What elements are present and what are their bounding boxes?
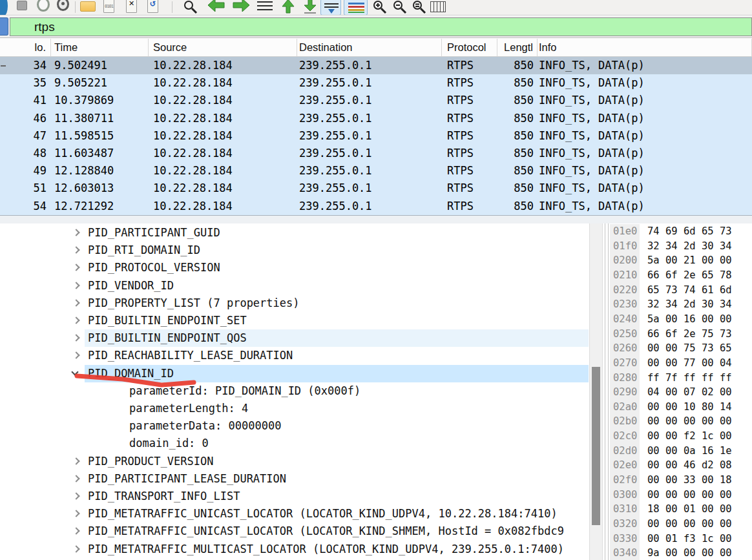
cell-protocol[interactable]: RTPS [442,145,497,162]
cell-time[interactable]: 11.598515 [51,127,149,145]
stop-capture-icon[interactable] [17,1,27,10]
chevron-down-icon[interactable] [71,368,78,375]
tree-item[interactable]: PID_PRODUCT_VERSION [0,453,589,470]
chevron-right-icon[interactable] [72,282,79,289]
hex-bytes[interactable]: 00 00 77 00 04 [640,357,732,369]
hex-row[interactable]: 03409a 00 00 00 00 [610,546,752,560]
cell-time[interactable]: 11.603487 [51,145,149,162]
tree-item[interactable]: PID_VENDOR_ID [0,277,589,295]
hex-row[interactable]: 01f032 34 2d 30 34 [610,239,752,254]
chevron-right-icon[interactable] [72,475,79,482]
hex-bytes[interactable]: 00 01 f3 1c 00 [640,533,732,544]
hex-row[interactable]: 021066 6f 2e 65 78 [610,268,752,283]
go-to-packet-icon[interactable] [257,1,273,12]
chevron-right-icon[interactable] [72,528,79,535]
open-file-folder-icon[interactable] [80,1,96,12]
tree-item[interactable]: PID_BUILTIN_ENDPOINT_QOS [0,329,589,347]
packet-row[interactable]: 4912.12884010.22.28.184239.255.0.1RTPS85… [0,162,752,180]
cell-source[interactable]: 10.22.28.184 [149,57,297,74]
save-file-icon[interactable]: 0101 [103,0,114,13]
cell-info[interactable]: INFO_TS, DATA(p) [538,145,752,162]
zoom-reset-icon[interactable] [412,0,427,14]
cell-protocol[interactable]: RTPS [442,198,497,215]
cell-time[interactable]: 12.128840 [51,162,149,180]
zoom-in-icon[interactable] [372,0,388,14]
tree-item[interactable]: PID_TRANSPORT_INFO_LIST [0,488,589,505]
hex-bytes[interactable]: 00 00 10 80 14 [640,401,732,413]
tree-child-item[interactable]: domain_id: 0 [0,435,589,452]
cell-time[interactable]: 9.502491 [51,57,149,74]
go-forward-icon[interactable] [232,0,251,14]
tree-item[interactable]: PID_PARTICIPANT_LEASE_DURATION [0,470,589,488]
chevron-right-icon[interactable] [72,229,79,236]
cell-protocol[interactable]: RTPS [442,74,497,92]
cell-info[interactable]: INFO_TS, DATA(p) [538,92,752,109]
cell-destination[interactable]: 239.255.0.1 [297,74,442,92]
hex-row[interactable]: 02e000 00 46 d2 08 [610,458,752,473]
cell-destination[interactable]: 239.255.0.1 [297,110,442,127]
go-last-packet-icon[interactable] [302,0,319,14]
tree-item[interactable]: PID_PARTICIPANT_GUID [0,224,589,242]
cell-length[interactable]: 850 [497,162,538,180]
cell-destination[interactable]: 239.255.0.1 [297,162,442,180]
hex-row[interactable]: 026000 00 75 73 65 [610,341,752,356]
hex-row[interactable]: 027000 00 77 00 04 [610,356,752,371]
chevron-right-icon[interactable] [72,545,79,552]
cell-source[interactable]: 10.22.28.184 [149,145,297,162]
cell-info[interactable]: INFO_TS, DATA(p) [538,127,752,145]
chevron-right-icon[interactable] [72,299,79,306]
chevron-right-icon[interactable] [72,352,79,359]
auto-scroll-toggle-icon[interactable] [320,0,341,16]
cell-no[interactable]: 54 [0,198,51,215]
display-filter-input[interactable]: rtps [10,17,752,36]
packet-row[interactable]: 359.50522110.22.28.184239.255.0.1RTPS850… [0,74,752,92]
zoom-out-icon[interactable] [392,0,408,14]
cell-info[interactable]: INFO_TS, DATA(p) [538,57,752,74]
cell-length[interactable]: 850 [497,92,538,109]
column-header-0[interactable]: lo. [0,39,51,56]
chevron-right-icon[interactable] [72,492,79,499]
cell-length[interactable]: 850 [497,110,538,127]
cell-destination[interactable]: 239.255.0.1 [297,57,442,74]
chevron-right-icon[interactable] [72,247,79,254]
capture-options-gear-icon[interactable] [57,0,69,11]
cell-protocol[interactable]: RTPS [442,162,497,180]
hex-row[interactable]: 032000 00 00 00 00 [610,517,752,532]
hex-bytes[interactable]: 00 00 f2 1c 00 [640,430,732,442]
cell-time[interactable]: 12.721292 [51,198,149,215]
cell-length[interactable]: 850 [497,127,538,145]
go-back-icon[interactable] [207,0,225,14]
cell-length[interactable]: 850 [497,180,538,197]
column-header-5[interactable]: Lengtl [497,39,538,56]
cell-destination[interactable]: 239.255.0.1 [297,145,442,162]
cell-protocol[interactable]: RTPS [442,92,497,109]
tree-item[interactable]: PID_BUILTIN_ENDPOINT_SET [0,312,589,329]
hex-row[interactable]: 02c000 00 f2 1c 00 [610,429,752,444]
restart-capture-icon[interactable] [37,0,50,12]
reload-file-icon[interactable]: ↺ [147,0,158,13]
hex-bytes[interactable]: 65 73 74 61 6d [640,284,732,296]
cell-destination[interactable]: 239.255.0.1 [297,127,442,145]
hex-bytes[interactable]: 5a 00 21 00 00 [640,254,732,266]
tree-child-item[interactable]: parameterLength: 4 [0,400,589,417]
packet-row[interactable]: 349.50249110.22.28.184239.255.0.1RTPS850… [0,57,752,74]
hex-bytes[interactable]: 00 00 33 00 18 [640,474,732,486]
hex-row[interactable]: 025066 6f 2e 75 73 [610,327,752,342]
tree-item[interactable]: PID_METATRAFFIC_UNICAST_LOCATOR (LOCATOR… [0,505,589,523]
close-file-icon[interactable]: ✕ [126,0,137,13]
cell-length[interactable]: 850 [497,74,538,92]
chevron-right-icon[interactable] [72,335,79,342]
cell-length[interactable]: 850 [497,198,538,215]
cell-source[interactable]: 10.22.28.184 [149,110,297,127]
tree-item[interactable]: PID_REACHABILITY_LEASE_DURATION [0,347,589,364]
chevron-right-icon[interactable] [72,264,79,271]
column-header-1[interactable]: Time [51,39,149,56]
tree-item[interactable]: PID_PROPERTY_LIST (7 properties) [0,295,589,312]
hex-row[interactable]: 02405a 00 16 00 00 [610,312,752,327]
hex-row[interactable]: 02f000 00 33 00 18 [610,473,752,488]
column-header-3[interactable]: Destination [297,39,442,56]
hex-row[interactable]: 02a000 00 10 80 14 [610,400,752,415]
cell-info[interactable]: INFO_TS, DATA(p) [538,162,752,180]
column-header-4[interactable]: Protocol [442,39,497,56]
hex-bytes[interactable]: 9a 00 00 00 00 [640,547,732,559]
